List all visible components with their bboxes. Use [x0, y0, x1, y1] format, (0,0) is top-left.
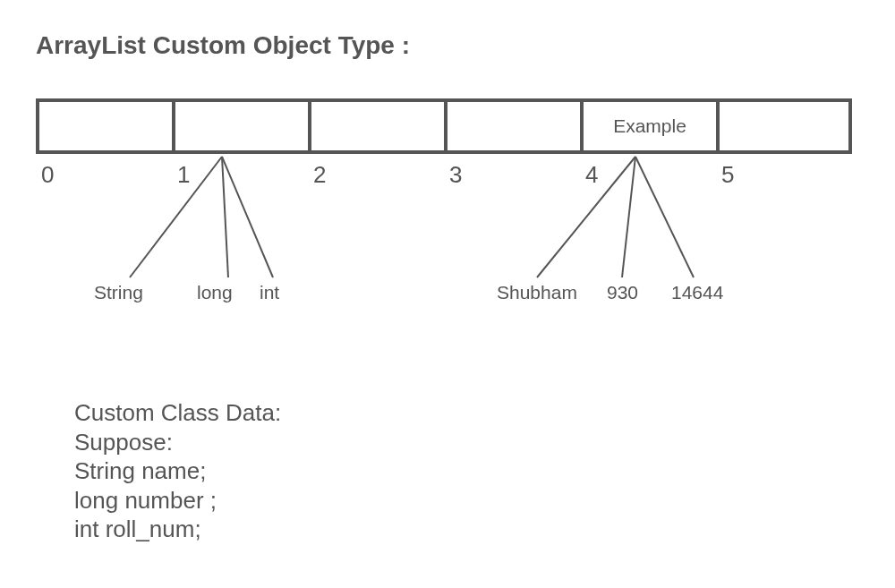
- index-label-2: 2: [308, 161, 444, 189]
- index-label-4: 4: [580, 161, 716, 189]
- index-labels-row: 0 1 2 3 4 5: [36, 161, 852, 189]
- array-cell-4: Example: [580, 98, 716, 154]
- array-cell-1: [172, 98, 308, 154]
- array-cell-5: [716, 98, 852, 154]
- index-label-5: 5: [716, 161, 852, 189]
- type-labels-group: String long int: [94, 282, 279, 303]
- index-label-1: 1: [172, 161, 308, 189]
- index-label-0: 0: [36, 161, 172, 189]
- class-data-name-field: String name;: [74, 456, 281, 486]
- example-value-name: Shubham: [497, 282, 607, 303]
- index-label-3: 3: [444, 161, 580, 189]
- type-label-long: long: [197, 282, 260, 303]
- class-data-heading: Custom Class Data:: [74, 398, 281, 428]
- array-cell-3: [444, 98, 580, 154]
- example-value-number: 930: [607, 282, 671, 303]
- class-data-block: Custom Class Data: Suppose: String name;…: [74, 398, 281, 544]
- class-data-roll-field: int roll_num;: [74, 515, 281, 544]
- type-label-string: String: [94, 282, 197, 303]
- example-value-roll: 14644: [671, 282, 723, 303]
- diagram-title: ArrayList Custom Object Type :: [36, 31, 410, 60]
- class-data-suppose: Suppose:: [74, 428, 281, 457]
- type-label-int: int: [260, 282, 279, 303]
- arraylist-diagram: Example: [36, 98, 852, 154]
- array-cell-2: [308, 98, 444, 154]
- class-data-number-field: long number ;: [74, 486, 281, 516]
- example-labels-group: Shubham 930 14644: [497, 282, 723, 303]
- array-cell-0: [36, 98, 172, 154]
